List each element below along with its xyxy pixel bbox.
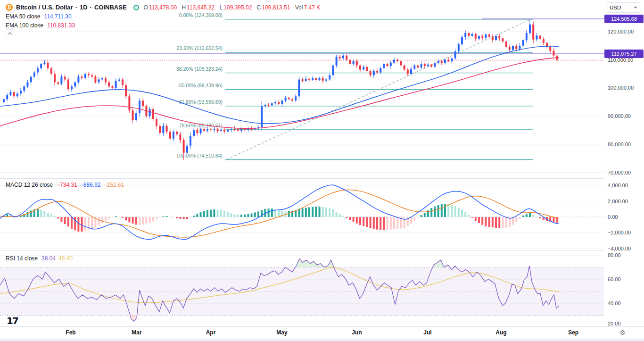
- rsi-ma-value: 49.40: [58, 255, 73, 262]
- fib-label: 23.60% (112,602.54): [177, 45, 223, 51]
- ema50-legend-row: EMA 50 close 114,711.30: [6, 12, 320, 21]
- chart-canvas[interactable]: 0.00% (124,369.08)23.60% (112,602.54)38.…: [0, 0, 644, 341]
- macd-hist-value: −734.31: [57, 182, 77, 188]
- tradingview-logo[interactable]: 17: [7, 315, 18, 326]
- macd-axis-tick: 2,000.00: [608, 199, 628, 204]
- macd-axis-tick: −2,000.00: [608, 230, 631, 235]
- interval-label: 1D: [80, 3, 88, 12]
- rsi-pane: [0, 255, 604, 327]
- settings-icon[interactable]: ⚙: [619, 329, 626, 336]
- fib-label: 100.00% (74,510.84): [176, 153, 223, 158]
- macd-pane: [0, 185, 604, 249]
- currency-label: USD: [610, 5, 621, 10]
- bottom-strip: [0, 339, 644, 341]
- macd-axis-tick: −4,000.00: [608, 246, 631, 251]
- fib-label: 50.00% (99,439.96): [179, 83, 223, 88]
- price-level-badge: 112,075.27: [604, 50, 644, 58]
- rsi-axis-tick: 20.00: [608, 321, 621, 326]
- rsi-value: 38.04: [41, 255, 56, 262]
- macd-line-value: −886.92: [80, 182, 101, 188]
- ohlc-values: O113,478.00 H113,645.32 L109,395.02 C109…: [144, 3, 321, 12]
- price-pane: 0.00% (124,369.08)23.60% (112,602.54)38.…: [0, 12, 604, 173]
- macd-legend-row: MACD 12 26 close −734.31 −886.92 −152.61: [6, 180, 127, 189]
- time-axis-month: Aug: [495, 329, 506, 336]
- btc-icon: ₿: [6, 4, 13, 11]
- symbol-title: Bitcoin / U.S. Dollar: [16, 3, 73, 12]
- price-level-badge: 124,505.68: [604, 15, 644, 23]
- exchange-label: COINBASE: [94, 3, 127, 12]
- fib-label: 38.20% (105,323.24): [176, 66, 223, 72]
- time-axis-month: Jul: [423, 329, 431, 336]
- chart-legend: ₿ Bitcoin / U.S. Dollar · 1D · COINBASE …: [6, 3, 320, 30]
- time-axis-month: Jun: [352, 329, 362, 336]
- time-axis-month: Sep: [568, 329, 578, 336]
- price-axis[interactable]: USD 120,000.00110,000.00100,000.0090,000…: [604, 0, 644, 326]
- price-axis-tick: 80,000.00: [608, 141, 631, 147]
- market-status-icon: [133, 5, 139, 10]
- time-axis-month: Feb: [66, 329, 75, 336]
- ema100-label: EMA 100 close: [6, 21, 43, 30]
- ema100-legend-row: EMA 100 close 110,831.33: [6, 21, 320, 30]
- macd-signal-value: −152.61: [103, 182, 124, 188]
- fib-label: 61.80% (93,556.69): [179, 99, 223, 105]
- price-axis-tick: 70,000.00: [608, 170, 631, 175]
- symbol-legend-row: ₿ Bitcoin / U.S. Dollar · 1D · COINBASE …: [6, 3, 320, 12]
- currency-dropdown[interactable]: USD: [606, 2, 641, 13]
- ema100-value: 110,831.33: [47, 21, 75, 30]
- price-axis-tick: 120,000.00: [608, 29, 634, 34]
- fib-label: 78.60% (85,180.51): [179, 123, 223, 128]
- price-axis-tick: 100,000.00: [608, 85, 634, 91]
- macd-axis-tick: 4,000.00: [608, 183, 628, 188]
- chevron-down-icon: [634, 7, 637, 8]
- time-axis-month: Mar: [132, 329, 141, 336]
- rsi-axis-tick: 60.00: [608, 276, 621, 282]
- ema50-value: 114,711.30: [44, 12, 71, 21]
- macd-axis-tick: 0.00: [608, 214, 618, 220]
- rsi-label: RSI 14 close: [6, 255, 38, 262]
- rsi-axis-tick: 80.00: [608, 252, 621, 258]
- collapse-legend-button[interactable]: [6, 29, 14, 37]
- chevron-up-icon: [8, 32, 12, 35]
- time-axis-month: Apr: [206, 329, 216, 336]
- time-axis-month: May: [276, 329, 287, 336]
- price-axis-tick: 90,000.00: [608, 113, 631, 119]
- time-axis[interactable]: FebMarAprMayJunJulAugSep: [0, 326, 644, 339]
- macd-label: MACD 12 26 close: [6, 182, 53, 188]
- tradingview-chart-widget: 0.00% (124,369.08)23.60% (112,602.54)38.…: [0, 0, 644, 341]
- rsi-axis-tick: 40.00: [608, 300, 621, 306]
- ema50-label: EMA 50 close: [6, 12, 40, 21]
- rsi-legend-row: RSI 14 close 38.04 49.40: [6, 254, 75, 263]
